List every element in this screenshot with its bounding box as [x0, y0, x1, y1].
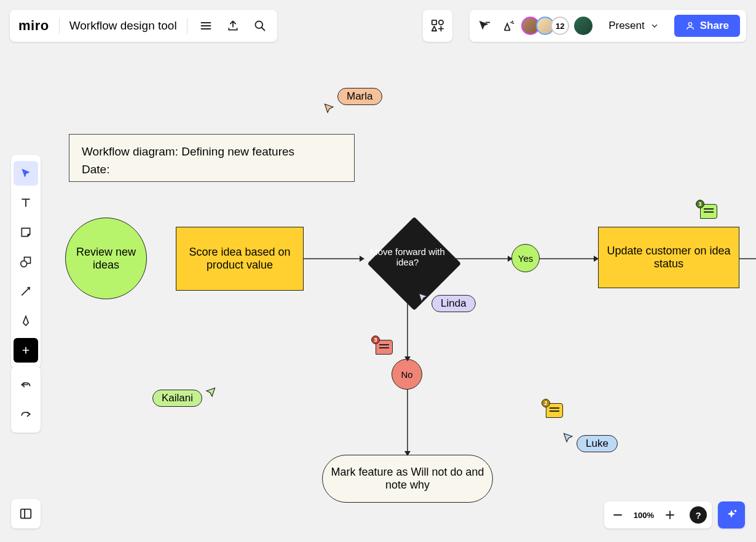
node-update[interactable]: Update customer on idea status	[598, 227, 739, 288]
divider	[187, 18, 187, 34]
connector	[454, 257, 513, 260]
svg-line-12	[261, 28, 264, 31]
search-icon[interactable]	[251, 17, 269, 34]
apps-button[interactable]	[423, 10, 452, 42]
zoom-out-button[interactable]	[609, 506, 626, 524]
text-tool[interactable]	[14, 190, 38, 215]
svg-point-18	[21, 261, 27, 267]
ai-button[interactable]	[718, 501, 745, 528]
avatar[interactable]	[574, 17, 593, 35]
connector	[406, 390, 409, 456]
export-icon[interactable]	[224, 17, 242, 34]
node-no[interactable]: No	[392, 359, 422, 390]
cursor-marla: Marla	[324, 88, 382, 105]
reactions-icon[interactable]	[500, 17, 518, 34]
help-button[interactable]: ?	[690, 506, 707, 524]
svg-point-14	[439, 20, 443, 25]
avatar-count[interactable]: 12	[551, 17, 569, 35]
avatars[interactable]: 12	[525, 17, 593, 35]
board-title[interactable]: Workflow design tool	[69, 19, 177, 33]
cursor-linda: Linda	[418, 284, 476, 312]
pen-tool[interactable]	[14, 308, 38, 333]
zoom-level[interactable]: 100%	[634, 511, 654, 520]
node-score[interactable]: Score idea based on product value	[176, 227, 304, 291]
comment-badge[interactable]: 2	[546, 403, 563, 418]
cursor-kailani: Kailani	[152, 379, 216, 407]
logo[interactable]: miro	[18, 18, 49, 34]
history-rail	[11, 366, 41, 433]
divider	[59, 18, 60, 34]
connector	[303, 257, 364, 260]
frames-panel-button[interactable]	[11, 499, 41, 528]
redo-button[interactable]	[14, 402, 38, 426]
menu-icon[interactable]	[197, 17, 215, 34]
shape-tool[interactable]	[14, 249, 38, 274]
select-tool[interactable]	[14, 161, 38, 186]
share-button[interactable]: Share	[674, 15, 740, 37]
arrow-tool[interactable]	[14, 279, 38, 304]
svg-rect-13	[432, 20, 436, 25]
node-yes[interactable]: Yes	[511, 244, 540, 272]
topbar: miro Workflow design tool	[10, 10, 277, 42]
cursor-luke: Luke	[563, 424, 618, 452]
title-note[interactable]: Workflow diagram: Defining new features …	[69, 134, 355, 182]
tool-rail	[11, 155, 41, 369]
connector	[739, 257, 756, 260]
chevron-down-icon	[651, 22, 658, 29]
note-line2: Date:	[82, 161, 342, 179]
collab-bar: 12 Present Share	[470, 10, 746, 42]
comment-badge[interactable]: 3	[700, 204, 717, 219]
note-line1: Workflow diagram: Defining new features	[82, 143, 342, 161]
present-button[interactable]: Present	[600, 15, 667, 37]
comment-badge[interactable]: 3	[376, 340, 393, 355]
more-tools[interactable]	[14, 338, 38, 363]
node-review[interactable]: Review new ideas	[65, 218, 147, 299]
zoom-in-button[interactable]	[661, 506, 679, 524]
node-wontdo[interactable]: Mark feature as Will not do and note why	[322, 455, 493, 503]
svg-point-16	[688, 23, 691, 26]
cursor-mode-icon[interactable]	[476, 17, 493, 34]
person-icon	[685, 21, 695, 31]
svg-point-24	[734, 510, 737, 513]
zoom-bar: 100% ?	[604, 501, 712, 528]
connector	[540, 257, 599, 260]
canvas[interactable]: Workflow diagram: Defining new features …	[0, 0, 756, 542]
sticky-tool[interactable]	[14, 220, 38, 245]
undo-button[interactable]	[14, 372, 38, 397]
svg-rect-21	[21, 509, 31, 519]
connector	[406, 302, 409, 361]
